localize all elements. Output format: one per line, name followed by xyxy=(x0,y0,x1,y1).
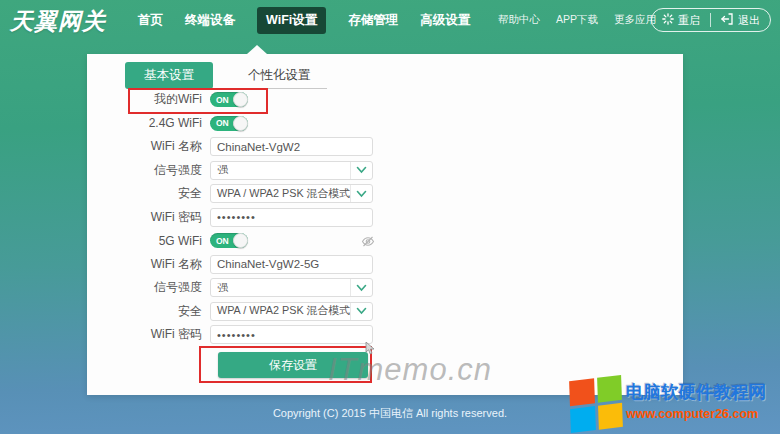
signal-strength-5g-select[interactable]: 强 xyxy=(210,278,373,297)
wifi-24g-security-row: 安全 WPA / WPA2 PSK 混合模式 xyxy=(87,182,683,206)
signal-strength-label: 信号强度 xyxy=(87,162,210,179)
wifi-name-label: WiFi 名称 xyxy=(87,256,210,273)
my-wifi-row: 我的WiFi ON xyxy=(87,88,683,112)
secondary-nav: 帮助中心 APP下载 更多应用 xyxy=(498,0,656,40)
security-24g-select[interactable]: WPA / WPA2 PSK 混合模式 xyxy=(210,184,373,203)
security-label: 安全 xyxy=(87,185,210,202)
wifi-24g-label: 2.4G WiFi xyxy=(87,116,210,130)
wifi-5g-toggle[interactable]: ON xyxy=(210,233,248,248)
toggle-knob xyxy=(233,92,248,107)
wifi-24g-password-row: WiFi 密码 xyxy=(87,206,683,230)
wifi-5g-label: 5G WiFi xyxy=(87,234,210,248)
toggle-knob xyxy=(233,233,248,248)
wifi-5g-row: 5G WiFi ON xyxy=(87,229,683,253)
wifi-password-label: WiFi 密码 xyxy=(87,326,210,343)
footer-copyright: Copyright (C) 2015 中国电信 All rights reser… xyxy=(0,406,780,421)
wifi-5g-password-row: WiFi 密码 xyxy=(87,323,683,347)
logout-button[interactable]: 退出 xyxy=(711,13,770,28)
nav-item-more-apps[interactable]: 更多应用 xyxy=(614,13,656,27)
signal-strength-label: 信号强度 xyxy=(87,279,210,296)
nav-item-devices[interactable]: 终端设备 xyxy=(185,12,235,29)
select-value: WPA / WPA2 PSK 混合模式 xyxy=(211,304,350,318)
toggle-on-label: ON xyxy=(216,236,229,246)
settings-tabs: 基本设置 个性化设置 xyxy=(125,62,327,89)
main-nav: 首页 终端设备 WiFi设置 存储管理 高级设置 xyxy=(138,0,470,40)
wifi-5g-security-row: 安全 WPA / WPA2 PSK 混合模式 xyxy=(87,300,683,324)
wifi-24g-name-input[interactable] xyxy=(210,137,373,156)
wifi-5g-name-row: WiFi 名称 xyxy=(87,253,683,277)
wifi-24g-strength-row: 信号强度 强 xyxy=(87,159,683,183)
chevron-down-icon xyxy=(350,162,372,179)
signal-strength-24g-select[interactable]: 强 xyxy=(210,161,373,180)
restart-spinner-icon xyxy=(662,13,674,27)
chevron-down-icon xyxy=(350,303,372,320)
restart-button[interactable]: 重启 xyxy=(652,13,710,28)
wifi-5g-password-input[interactable] xyxy=(210,325,373,344)
restart-label: 重启 xyxy=(678,13,700,28)
nav-item-app-download[interactable]: APP下载 xyxy=(556,13,598,27)
nav-item-storage[interactable]: 存储管理 xyxy=(348,12,398,29)
my-wifi-label: 我的WiFi xyxy=(87,91,210,108)
wifi-name-label: WiFi 名称 xyxy=(87,138,210,155)
router-admin-page: 天翼网关 首页 终端设备 WiFi设置 存储管理 高级设置 帮助中心 APP下载… xyxy=(0,0,780,434)
wifi-24g-password-input[interactable] xyxy=(210,208,373,227)
toggle-knob xyxy=(233,116,248,131)
eye-slash-icon xyxy=(361,234,375,247)
wifi-password-label: WiFi 密码 xyxy=(87,209,210,226)
wifi-5g-name-input[interactable] xyxy=(210,255,373,274)
nav-item-advanced[interactable]: 高级设置 xyxy=(420,12,470,29)
chevron-down-icon xyxy=(350,185,372,202)
nav-item-wifi-settings[interactable]: WiFi设置 xyxy=(257,7,326,34)
brand-logo: 天翼网关 xyxy=(10,6,106,37)
save-settings-button[interactable]: 保存设置 xyxy=(218,352,368,378)
logout-icon xyxy=(721,13,734,27)
wifi-24g-name-row: WiFi 名称 xyxy=(87,135,683,159)
panel-pointer-notch xyxy=(247,45,267,54)
settings-panel: 基本设置 个性化设置 我的WiFi ON 2.4G WiFi ON WiFi 名… xyxy=(87,54,683,395)
select-value: WPA / WPA2 PSK 混合模式 xyxy=(211,187,350,201)
wifi-settings-form: 我的WiFi ON 2.4G WiFi ON WiFi 名称 信号强度 xyxy=(87,88,683,347)
my-wifi-toggle[interactable]: ON xyxy=(210,92,248,107)
select-value: 强 xyxy=(211,281,350,295)
wifi-24g-toggle[interactable]: ON xyxy=(210,116,248,131)
tab-personalized-settings[interactable]: 个性化设置 xyxy=(231,62,327,89)
logout-label: 退出 xyxy=(738,13,760,28)
security-5g-select[interactable]: WPA / WPA2 PSK 混合模式 xyxy=(210,302,373,321)
wifi-24g-row: 2.4G WiFi ON xyxy=(87,112,683,136)
nav-item-home[interactable]: 首页 xyxy=(138,12,163,29)
toggle-on-label: ON xyxy=(216,118,229,128)
chevron-down-icon xyxy=(350,279,372,296)
wifi-5g-strength-row: 信号强度 强 xyxy=(87,276,683,300)
tab-basic-settings[interactable]: 基本设置 xyxy=(125,62,213,89)
nav-item-help-center[interactable]: 帮助中心 xyxy=(498,13,540,27)
toggle-on-label: ON xyxy=(216,95,229,105)
select-value: 强 xyxy=(211,163,350,177)
security-label: 安全 xyxy=(87,303,210,320)
session-button-group: 重启 退出 xyxy=(651,8,771,32)
